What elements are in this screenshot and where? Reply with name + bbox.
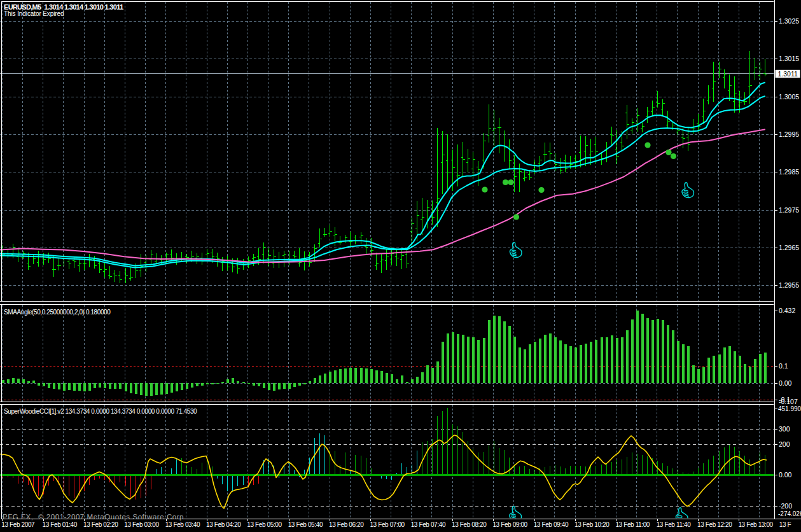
svg-text:1.2985: 1.2985 [779,168,799,176]
svg-text:13 Feb 07:00: 13 Feb 07:00 [370,521,405,528]
svg-text:1.2995: 1.2995 [779,130,799,138]
svg-text:1.3015: 1.3015 [779,55,799,62]
svg-text:13 Feb 06:20: 13 Feb 06:20 [329,521,364,528]
svg-text:13 Feb 08:20: 13 Feb 08:20 [452,521,487,528]
svg-text:This Indicator Expired: This Indicator Expired [4,10,64,17]
svg-text:13 Feb 07:40: 13 Feb 07:40 [411,521,446,528]
svg-text:451.9901: 451.9901 [778,405,801,412]
svg-text:13 Feb 09:40: 13 Feb 09:40 [534,521,569,528]
svg-text:0.00: 0.00 [779,471,792,479]
svg-text:-274.0264: -274.0264 [778,510,801,517]
svg-text:13 Feb 01:40: 13 Feb 01:40 [43,521,78,528]
svg-text:0.432: 0.432 [779,307,795,314]
svg-text:13 Feb 13:00: 13 Feb 13:00 [738,521,773,528]
svg-text:13 Feb 04:20: 13 Feb 04:20 [206,521,241,528]
svg-text:13 Feb 03:40: 13 Feb 03:40 [165,521,200,528]
svg-text:300: 300 [779,425,790,433]
svg-text:13 Feb 03:00: 13 Feb 03:00 [124,521,159,528]
svg-text:1.2975: 1.2975 [779,206,799,214]
svg-text:1.3011: 1.3011 [778,70,798,78]
svg-text:13 F: 13 F [779,521,791,528]
svg-text:1.2955: 1.2955 [779,281,799,289]
svg-text:13 Feb 11:00: 13 Feb 11:00 [615,521,650,528]
svg-text:13 Feb 2007: 13 Feb 2007 [1,521,35,528]
svg-text:200: 200 [779,440,790,448]
svg-text:-0.107: -0.107 [779,398,798,405]
svg-text:13 Feb 05:40: 13 Feb 05:40 [288,521,323,528]
svg-text:SMAAngle(50,0.25000000,2,0) 0.: SMAAngle(50,0.25000000,2,0) 0.180000 [4,309,111,316]
svg-text:13 Feb 05:00: 13 Feb 05:00 [247,521,282,528]
svg-text:SuperWoodieCCI[1].v2 134.3734: SuperWoodieCCI[1].v2 134.3734 0.0000 134… [4,408,197,415]
svg-text:1.2965: 1.2965 [779,244,799,251]
svg-text:1.3025: 1.3025 [779,17,799,25]
svg-text:13 Feb 02:20: 13 Feb 02:20 [83,521,118,528]
svg-text:0.00: 0.00 [779,379,792,387]
svg-text:13 Feb 10:20: 13 Feb 10:20 [575,521,609,528]
svg-text:13 Feb 11:40: 13 Feb 11:40 [657,521,691,528]
svg-text:13 Feb 12:20: 13 Feb 12:20 [697,521,732,528]
svg-text:0.1: 0.1 [779,362,788,370]
svg-text:1.3005: 1.3005 [779,93,799,101]
svg-text:PFG FX, © 2001-2007 MetaQuote: PFG FX, © 2001-2007 MetaQuotes Software … [3,513,186,521]
svg-text:13 Feb 09:00: 13 Feb 09:00 [492,521,527,528]
svg-text:-200: -200 [779,502,792,510]
